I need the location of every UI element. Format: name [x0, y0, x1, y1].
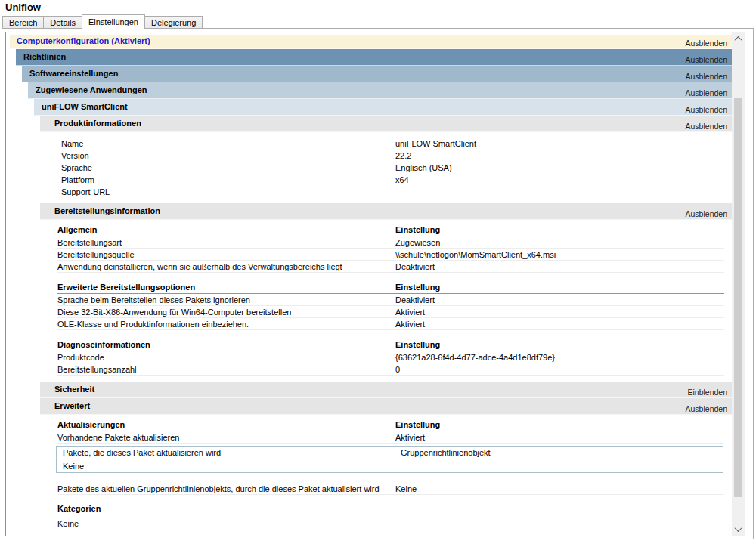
vertical-scrollbar[interactable] [732, 32, 745, 536]
section-header-bereitstellungsinformation: Bereitstellungsinformation Ausblenden [40, 203, 732, 220]
toggle-link-uniflow-smartclient[interactable]: Ausblenden [686, 105, 727, 114]
table-allgemein: Allgemein Einstellung Bereitstellungsart [57, 225, 724, 273]
table-header-row: Aktualisierungen Einstellung [57, 420, 724, 431]
upgrade-packages-box: Pakete, die dieses Paket aktualisieren w… [56, 446, 723, 473]
product-info-table: Name uniFLOW SmartClient Version [40, 132, 732, 203]
table-header-row: Erweiterte Bereitstellungsoptionen Einst… [57, 283, 724, 294]
table-row: Sprache beim Bereitstellen dieses Pakets… [57, 294, 724, 306]
row-label: Pakete des aktuellen Gruppenrichtlinieno… [57, 484, 395, 493]
toggle-link-richtlinien[interactable]: Ausblenden [686, 55, 727, 64]
section-header-computerkonfiguration: Computerkonfiguration (Aktiviert) Ausble… [10, 35, 732, 49]
table-row: Produktcode {63621a28-6f4d-4d77-adce-4a4… [57, 351, 724, 363]
table-header-column: Einstellung [395, 340, 724, 349]
row-value: Deaktiviert [395, 262, 724, 271]
row-label: Sprache [61, 163, 395, 172]
gpmc-settings-window: Uniflow Bereich Details Einstellungen De… [0, 0, 756, 541]
section-zugewiesene-anwendungen: Zugewiesene Anwendungen Ausblenden [28, 82, 732, 536]
section-title: Softwareeinstellungen [29, 69, 118, 78]
section-uniflow-smartclient: uniFLOW SmartClient Ausblenden [34, 99, 732, 536]
toggle-link-softwareeinstellungen[interactable]: Ausblenden [686, 72, 727, 81]
deployment-tables: Allgemein Einstellung Bereitstellungsart [40, 220, 732, 382]
row-value: Deaktiviert [395, 295, 724, 305]
row-label: Bereitstellungsquelle [57, 250, 395, 259]
row-label: Diese 32-Bit-X86-Anwendung für Win64-Com… [57, 308, 395, 317]
table-header-label: Kategorien [57, 504, 395, 513]
section-bereitstellungsinformation: Bereitstellungsinformation Ausblenden [40, 203, 732, 382]
row-label: Plattform [61, 175, 395, 184]
toggle-link-erweitert[interactable]: Ausblenden [686, 404, 727, 413]
row-label: Support-URL [61, 187, 395, 196]
tab-delegierung[interactable]: Delegierung [144, 16, 203, 28]
table-row: Version 22.2 [61, 150, 724, 162]
row-value: {63621a28-6f4d-4d77-adce-4a4d1e8df79e} [395, 353, 724, 362]
section-header-softwareeinstellungen: Softwareeinstellungen Ausblenden [22, 66, 732, 82]
row-label: Bereitstellungsart [57, 238, 395, 247]
section-title: Bereitstellungsinformation [54, 206, 160, 215]
row-label: Anwendung deinstallieren, wenn sie außer… [57, 262, 395, 271]
tab-details[interactable]: Details [43, 16, 82, 28]
table-header-row: Allgemein Einstellung [57, 225, 724, 236]
section-computerkonfiguration: Computerkonfiguration (Aktiviert) Ausble… [10, 35, 732, 536]
row-value: uniFLOW SmartClient [395, 139, 724, 148]
toggle-link-bereitstellungsinformation[interactable]: Ausblenden [686, 209, 727, 218]
scrollbar-thumb[interactable] [734, 98, 742, 497]
section-title: Produktinformationen [54, 119, 141, 128]
row-value: Englisch (USA) [395, 163, 724, 172]
section-richtlinien: Richtlinien Ausblenden Softwareeinstellu… [16, 49, 732, 536]
table-header-row: Kategorien [57, 504, 724, 515]
table-row: Bereitstellungsanzahl 0 [57, 363, 724, 376]
row-label: Vorhandene Pakete aktualisieren [57, 433, 395, 442]
table-header-label: Allgemein [57, 225, 395, 234]
table-row: Anwendung deinstallieren, wenn sie außer… [57, 261, 724, 273]
tab-bereich[interactable]: Bereich [2, 16, 44, 28]
table-erweiterte-bereitstellungsoptionen: Erweiterte Bereitstellungsoptionen Einst… [57, 283, 724, 330]
table-header-column: Einstellung [395, 225, 724, 234]
table-header-label: Aktualisierungen [57, 420, 395, 429]
advanced-content: Aktualisierungen Einstellung Vorhandene … [40, 415, 732, 536]
table-row: Sprache Englisch (USA) [61, 162, 724, 174]
row-label: Sprache beim Bereitstellen dieses Pakets… [57, 295, 395, 305]
row-value: Keine [63, 462, 401, 471]
row-value: \\schule\netlogon\MomSmartClient_x64.msi [395, 250, 724, 259]
row-value: Aktiviert [395, 433, 724, 442]
section-sicherheit: Sicherheit Einblenden [40, 382, 732, 398]
box-header-label: Pakete, die dieses Paket aktualisieren w… [63, 448, 401, 457]
table-row: Support-URL [61, 186, 724, 198]
section-title: Erweitert [54, 401, 90, 410]
section-header-zugewiesene-anwendungen: Zugewiesene Anwendungen Ausblenden [28, 82, 732, 99]
table-row: Bereitstellungsart Zugewiesen [57, 236, 724, 249]
chevron-up-icon [735, 36, 742, 44]
table-row: Bereitstellungsquelle \\schule\netlogon\… [57, 249, 724, 261]
section-title: Computerkonfiguration (Aktiviert) [17, 36, 150, 45]
tab-bar: Bereich Details Einstellungen Delegierun… [2, 14, 202, 29]
toggle-link-zugewiesene-anwendungen[interactable]: Ausblenden [686, 88, 727, 97]
toggle-link-produktinformationen[interactable]: Ausblenden [686, 122, 727, 131]
chevron-down-icon [735, 524, 742, 532]
table-kategorien: Kategorien Keine [57, 504, 724, 530]
row-value: 0 [395, 365, 724, 374]
row-label: Bereitstellungsanzahl [57, 365, 395, 374]
settings-report: Computerkonfiguration (Aktiviert) Ausble… [5, 32, 745, 536]
toggle-link-sicherheit[interactable]: Einblenden [687, 388, 727, 397]
table-row: Pakete des aktuellen Gruppenrichtlinieno… [57, 483, 724, 495]
row-value: 22.2 [395, 151, 724, 160]
table-header-label: Erweiterte Bereitstellungsoptionen [57, 283, 395, 292]
row-value: Zugewiesen [395, 238, 724, 247]
scroll-up-button[interactable] [732, 32, 745, 45]
row-label: Produktcode [57, 353, 395, 362]
section-erweitert: Erweitert Ausblenden [40, 398, 732, 536]
row-value: Aktiviert [395, 320, 724, 329]
tab-einstellungen[interactable]: Einstellungen [82, 14, 145, 29]
section-header-erweitert: Erweitert Ausblenden [40, 398, 732, 415]
tab-page-panel: Computerkonfiguration (Aktiviert) Ausble… [2, 28, 754, 539]
table-row: Name uniFLOW SmartClient [61, 138, 724, 150]
table-row: Plattform x64 [61, 174, 724, 186]
scroll-down-button[interactable] [732, 523, 745, 536]
table-row: Diese 32-Bit-X86-Anwendung für Win64-Com… [57, 306, 724, 318]
section-header-richtlinien: Richtlinien Ausblenden [16, 49, 732, 66]
box-header-row: Pakete, die dieses Paket aktualisieren w… [57, 447, 723, 459]
table-header-column: Einstellung [395, 283, 724, 292]
toggle-link-computerkonfiguration[interactable]: Ausblenden [686, 39, 727, 48]
section-title: Zugewiesene Anwendungen [36, 85, 147, 94]
box-data-row: Keine [57, 459, 723, 472]
